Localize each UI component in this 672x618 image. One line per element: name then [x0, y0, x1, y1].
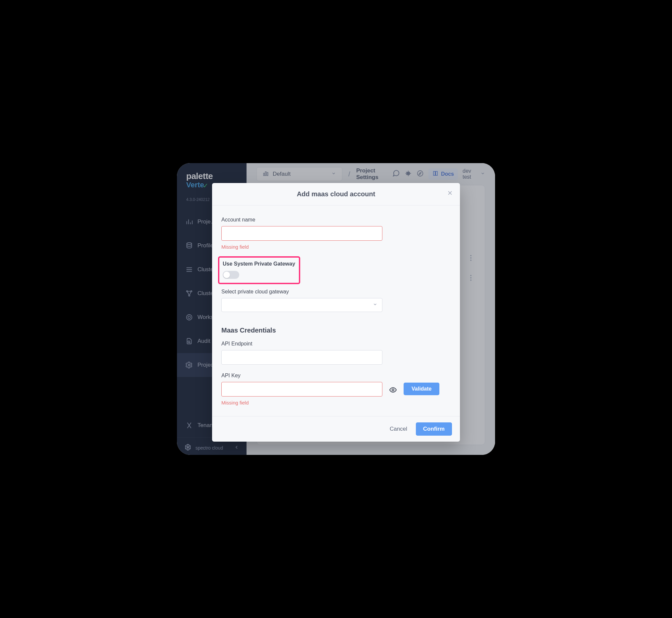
account-name-error: Missing field	[221, 244, 451, 250]
cancel-button[interactable]: Cancel	[386, 423, 411, 435]
system-private-gateway-toggle[interactable]	[223, 271, 239, 279]
api-endpoint-label: API Endpoint	[221, 341, 451, 347]
system-private-gateway-highlight: Use System Private Gateway	[218, 256, 300, 284]
api-endpoint-field: API Endpoint	[221, 341, 451, 365]
account-name-input[interactable]	[221, 226, 382, 241]
api-key-error: Missing field	[221, 400, 451, 406]
close-icon[interactable]	[447, 190, 453, 198]
svg-point-13	[392, 389, 394, 391]
private-gateway-field: Select private cloud gateway	[221, 289, 451, 312]
credentials-heading: Maas Credentials	[221, 327, 451, 334]
modal-body: Account name Missing field Use System Pr…	[212, 206, 460, 416]
modal-title: Add maas cloud account	[221, 190, 451, 198]
api-key-label: API Key	[221, 373, 451, 379]
reveal-password-icon[interactable]	[389, 386, 397, 395]
modal-header: Add maas cloud account	[212, 183, 460, 206]
private-gateway-label: Select private cloud gateway	[221, 289, 451, 295]
account-name-label: Account name	[221, 217, 451, 223]
private-gateway-select[interactable]	[221, 298, 382, 312]
api-endpoint-input[interactable]	[221, 350, 382, 365]
system-private-gateway-label: Use System Private Gateway	[223, 261, 296, 267]
modal-overlay: Add maas cloud account Account name Miss…	[177, 163, 495, 455]
api-key-field: API Key Validate Missing field	[221, 373, 451, 406]
api-key-input[interactable]	[221, 382, 382, 397]
app-window: palette Verte✓ 4.3.0-240212 Proje… Profi…	[177, 163, 495, 455]
chevron-down-icon	[373, 302, 377, 308]
confirm-button[interactable]: Confirm	[416, 422, 452, 436]
toggle-knob	[223, 272, 230, 278]
account-name-field: Account name Missing field	[221, 217, 451, 250]
modal-footer: Cancel Confirm	[212, 416, 460, 442]
add-cloud-account-modal: Add maas cloud account Account name Miss…	[212, 183, 460, 442]
validate-button[interactable]: Validate	[404, 383, 439, 395]
